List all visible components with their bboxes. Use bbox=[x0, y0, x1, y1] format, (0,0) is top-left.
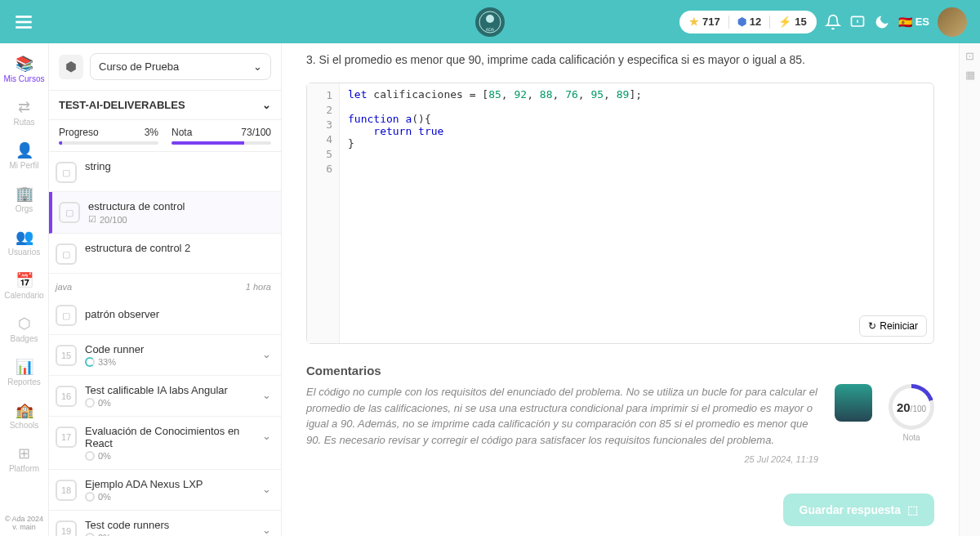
user-avatar[interactable] bbox=[938, 7, 967, 37]
lesson-item[interactable]: 15 Code runner 33% ⌄ bbox=[49, 335, 281, 376]
comments-section: Comentarios El código no cumple con los … bbox=[306, 364, 934, 464]
lesson-item-active[interactable]: ▢ estructura de control ☑20/100 bbox=[49, 192, 281, 234]
routes-icon: ⇄ bbox=[18, 98, 30, 116]
section-toggle[interactable]: TEST-AI-DELIVERABLES ⌄ bbox=[49, 91, 281, 120]
save-button[interactable]: Guardar respuesta ⬚ bbox=[783, 494, 935, 526]
right-rail: ⊡ ▦ bbox=[959, 43, 980, 536]
bell-icon[interactable] bbox=[825, 14, 841, 30]
moon-icon[interactable] bbox=[874, 14, 890, 30]
cube-icon: ⬚ bbox=[907, 503, 918, 516]
progress-summary: Progreso3% Nota73/100 bbox=[49, 120, 281, 152]
main-content: 3. Si el promedio es menor que 90, impri… bbox=[282, 43, 959, 536]
building-icon: 🏢 bbox=[16, 185, 33, 203]
nav-usuarios[interactable]: 👥Usuarios bbox=[0, 223, 48, 261]
course-select[interactable]: Curso de Prueba ⌄ bbox=[90, 53, 271, 80]
nav-mis-cursos[interactable]: 📚Mis Cursos bbox=[0, 50, 48, 88]
school-icon: 🏫 bbox=[16, 401, 33, 419]
panel-icon[interactable]: ⊡ bbox=[965, 50, 974, 62]
cube-icon: ▢ bbox=[56, 162, 77, 183]
stat-bolt: 15 bbox=[795, 16, 806, 28]
comments-heading: Comentarios bbox=[306, 364, 934, 377]
star-icon: ★ bbox=[689, 16, 699, 28]
code-editor[interactable]: 1 2 3 4 5 6 let calificaciones = [85, 92… bbox=[306, 83, 934, 344]
chevron-down-icon: ⌄ bbox=[253, 60, 262, 73]
lesson-item[interactable]: 18 Ejemplo ADA Nexus LXP 0% ⌄ bbox=[49, 470, 281, 511]
nav-reportes[interactable]: 📊Reportes bbox=[0, 353, 48, 391]
lesson-item[interactable]: 16 Test calificable IA labs Angular 0% ⌄ bbox=[49, 376, 281, 417]
stat-stars: 717 bbox=[702, 16, 720, 28]
svg-point-4 bbox=[486, 15, 494, 23]
logo[interactable]: ADA bbox=[475, 7, 505, 37]
lesson-item[interactable]: ▢ estructura de control 2 bbox=[49, 234, 281, 274]
chevron-down-icon: ⌄ bbox=[262, 430, 271, 442]
chevron-down-icon: ⌄ bbox=[262, 348, 271, 360]
instruction-text: 3. Si el promedio es menor que 90, impri… bbox=[306, 53, 934, 66]
lesson-item[interactable]: 17 Evaluación de Conocimientos en React … bbox=[49, 417, 281, 470]
user-icon: 👤 bbox=[16, 141, 33, 159]
nav-calendario[interactable]: 📅Calendario bbox=[0, 266, 48, 305]
nav-footer: © Ada 2024 v. main bbox=[5, 515, 43, 536]
chart-icon: 📊 bbox=[16, 358, 33, 376]
cube-icon: ▢ bbox=[59, 202, 80, 223]
score-label: Nota bbox=[889, 433, 934, 442]
grid-icon[interactable]: ▦ bbox=[965, 69, 975, 81]
chevron-down-icon: ⌄ bbox=[262, 99, 271, 111]
top-bar: ADA ★717 ⬢12 ⚡15 🇪🇸ES bbox=[0, 0, 980, 43]
chevron-down-icon: ⌄ bbox=[262, 389, 271, 401]
nav-rutas[interactable]: ⇄Rutas bbox=[0, 93, 48, 132]
course-sidebar: ⬢ Curso de Prueba ⌄ TEST-AI-DELIVERABLES… bbox=[49, 43, 282, 536]
badge-icon: ⬡ bbox=[18, 315, 31, 333]
score-gauge: 20/100 bbox=[889, 384, 934, 430]
svg-text:ADA: ADA bbox=[486, 27, 495, 32]
book-icon: 📚 bbox=[16, 55, 33, 73]
nav-perfil[interactable]: 👤Mi Perfil bbox=[0, 136, 48, 175]
comment-text: El código no cumple con los requisitos d… bbox=[306, 384, 818, 448]
platform-icon: ⊞ bbox=[18, 444, 30, 462]
refresh-icon: ↻ bbox=[868, 320, 876, 332]
lesson-list: ▢ string ▢ estructura de control ☑20/100… bbox=[49, 152, 281, 536]
cube-icon: ▢ bbox=[56, 243, 77, 265]
stats-pill: ★717 ⬢12 ⚡15 bbox=[679, 11, 817, 34]
message-icon[interactable] bbox=[849, 14, 866, 30]
code-content[interactable]: let calificaciones = [85, 92, 88, 76, 95… bbox=[340, 83, 650, 343]
chevron-down-icon: ⌄ bbox=[262, 483, 271, 495]
nav-platform[interactable]: ⊞Platform bbox=[0, 440, 48, 478]
users-icon: 👥 bbox=[16, 228, 33, 246]
bot-avatar bbox=[835, 384, 872, 422]
nav-schools[interactable]: 🏫Schools bbox=[0, 396, 48, 435]
reset-button[interactable]: ↻Reiniciar bbox=[859, 315, 927, 337]
cube-icon: ▢ bbox=[56, 305, 77, 326]
lesson-item[interactable]: 19 Test code runners 0% ⌄ bbox=[49, 511, 281, 536]
lesson-item[interactable]: java1 hora ▢ patrón observer bbox=[49, 274, 281, 335]
check-icon: ☑ bbox=[88, 214, 96, 225]
calendar-icon: 📅 bbox=[16, 271, 33, 289]
menu-icon[interactable] bbox=[13, 11, 34, 33]
stat-hex: 12 bbox=[750, 16, 761, 28]
lesson-item[interactable]: ▢ string bbox=[49, 152, 281, 192]
nav-orgs[interactable]: 🏢Orgs bbox=[0, 180, 48, 218]
course-badge-icon: ⬢ bbox=[59, 55, 83, 79]
comment-date: 25 Jul 2024, 11:19 bbox=[306, 454, 818, 464]
language-selector[interactable]: 🇪🇸ES bbox=[898, 16, 929, 29]
hexagon-icon: ⬢ bbox=[737, 16, 746, 28]
line-gutter: 1 2 3 4 5 6 bbox=[307, 83, 340, 343]
nav-badges[interactable]: ⬡Badges bbox=[0, 310, 48, 348]
left-nav: 📚Mis Cursos ⇄Rutas 👤Mi Perfil 🏢Orgs 👥Usu… bbox=[0, 43, 49, 536]
chevron-down-icon: ⌄ bbox=[262, 524, 271, 536]
bolt-icon: ⚡ bbox=[778, 16, 791, 28]
